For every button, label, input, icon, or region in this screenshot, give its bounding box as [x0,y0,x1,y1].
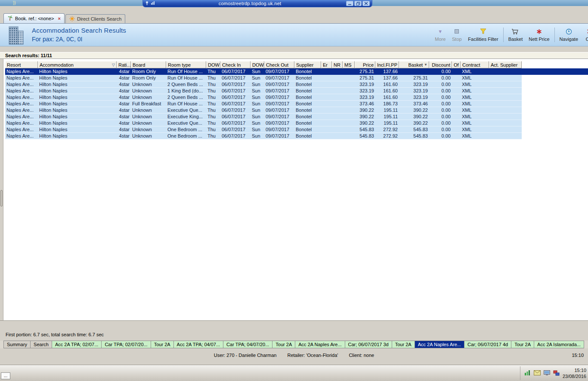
session-tab[interactable]: Tour 2A [151,341,174,348]
basket-button[interactable]: Basket [505,28,526,42]
cell-room_type: Run Of House ... [166,101,206,107]
table-row[interactable]: Naples Are...Hilton Naples4starUnknownEx… [5,120,522,126]
cell-incl_fl_pp: 161.60 [375,94,399,100]
column-header-of[interactable]: Of [452,61,461,68]
session-tab[interactable]: Car; 06/07/2017 3d [345,341,392,348]
table-row[interactable]: Naples Are...Hilton Naples4starUnknownEx… [5,107,522,114]
close-window-icon[interactable] [362,1,370,6]
stop-button[interactable]: Stop [449,28,465,42]
column-header-check_out[interactable]: Check Out [264,61,294,68]
column-header-ms[interactable]: MS [343,61,355,68]
grid-body: Naples Are...Hilton Naples4starRoom Only… [5,68,588,139]
column-header-nr[interactable]: NR [332,61,343,68]
column-header-er[interactable]: Er [321,61,332,68]
taskbar-overflow-button[interactable]: ... [1,372,10,379]
cell-act_supplier [489,94,522,100]
cell-er [321,126,332,132]
table-row[interactable]: Naples Are...Hilton Naples4starUnknownOn… [5,133,522,139]
tray-display-icon[interactable] [544,370,550,377]
cell-check_out: 09/07/2017 [264,120,294,126]
column-header-board[interactable]: Board [131,61,166,68]
cell-er [321,68,332,75]
close-label: Clo [586,37,588,42]
column-header-price[interactable]: Price [355,61,375,68]
session-tab[interactable]: Acc 2A Islamorada... [534,341,584,348]
column-header-dow_in[interactable]: DOW [206,61,220,68]
pin-icon[interactable] [145,1,149,6]
cell-accommodation: Hilton Naples [38,126,117,132]
tray-network-icon[interactable] [553,370,560,377]
cell-dow_out: Sun [251,126,264,132]
left-splitter [0,59,3,320]
navigate-button[interactable]: Navigate [557,28,581,42]
cell-er [321,88,332,94]
more-button[interactable]: ▼ More [432,28,449,42]
column-header-rating[interactable]: Rati... [117,61,131,68]
cell-discount: 0.00 [429,107,452,113]
connection-info-icon[interactable] [151,1,155,6]
session-tab[interactable]: Search [31,341,52,348]
column-header-accommodation[interactable]: Accommodation▽ [38,61,117,68]
cell-act_supplier [489,114,522,120]
nett-price-button[interactable]: Nett Price [526,28,552,42]
session-tab[interactable]: Acc 2A TPA; 02/07... [52,341,102,348]
column-header-check_in[interactable]: Check In [220,61,251,68]
cell-dow_out: Sun [251,101,264,107]
cell-supplier: Bonotel [294,126,321,132]
cell-basket [399,68,429,75]
session-tab[interactable]: Car; 06/07/2017 4d [464,341,511,348]
column-label: NR [334,62,340,68]
table-row[interactable]: Naples Are...Hilton Naples4starRoom Only… [5,75,522,81]
splitter-grip[interactable] [0,190,3,206]
cell-rating: 4star [117,126,131,132]
table-row[interactable]: Naples Are...Hilton Naples4starFull Brea… [5,101,522,107]
column-header-basket[interactable]: Basket▼ [399,61,429,68]
cell-check_out: 09/07/2017 [264,101,294,107]
tab-booking-ref[interactable]: Book. ref.: <none> × [3,13,65,23]
column-header-dow_out[interactable]: DOW [251,61,264,68]
tab-direct-clients-search[interactable]: Direct Clients Search [65,14,125,23]
restore-button[interactable] [354,1,362,6]
filter-funnel-icon[interactable]: ▽ [112,62,115,68]
page-subtitle: For pax: 2A, 0C, 0I [32,36,126,43]
cell-dow_out: Sun [251,75,264,81]
column-header-supplier[interactable]: Supplier [294,61,321,68]
tab-close-icon[interactable]: × [58,16,61,21]
session-tab[interactable]: Tour 2A [272,341,295,348]
table-row[interactable]: Naples Are...Hilton Naples4starUnknownOn… [5,126,522,133]
cell-dow_in: Thu [206,114,220,120]
column-header-room_type[interactable]: Room type [166,61,206,68]
table-row[interactable]: Naples Are...Hilton Naples4starUnknown2 … [5,94,522,101]
cell-rating: 4star [117,133,131,139]
table-row[interactable]: Naples Are...Hilton Naples4starUnknownEx… [5,114,522,120]
session-tab[interactable]: Summary [3,341,31,348]
column-header-act_supplier[interactable]: Act. Supplier [489,61,522,68]
cell-ms [343,88,355,94]
close-button[interactable]: Clo [581,28,588,42]
cell-contract: XML [461,133,489,139]
session-tab[interactable]: Car TPA; 02/07/20... [102,341,151,348]
session-tab[interactable]: Tour 2A [511,341,534,348]
session-tab[interactable]: Car TPA; 04/07/20... [223,341,272,348]
status-client: Client: none [349,353,374,358]
column-header-discount[interactable]: Discount [429,61,452,68]
column-label: Basket [408,62,423,68]
table-row[interactable]: Naples Are...Hilton Naples4starRoom Only… [5,68,588,75]
table-row[interactable]: Naples Are...Hilton Naples4starUnknown1 … [5,88,522,94]
session-tab[interactable]: Acc 2A Naples Are... [415,341,464,348]
session-tab[interactable]: Tour 2A [392,341,415,348]
cell-resort: Naples Are... [5,68,38,75]
minimize-button[interactable] [346,1,353,6]
column-header-incl_fl_pp[interactable]: Incl.Fl.PP [375,61,399,68]
session-tab[interactable]: Acc 2A Naples Are... [295,341,345,348]
facilities-filter-button[interactable]: Facilities Filter [465,28,501,42]
tray-chart-icon[interactable] [524,370,531,377]
tray-mail-icon[interactable] [534,370,541,376]
session-tab[interactable]: Acc 2A TPA; 04/07... [174,341,223,348]
column-header-contract[interactable]: Contract [461,61,489,68]
cell-check_out: 09/07/2017 [264,68,294,75]
rdp-connection-bar: comostreetrdp.topdog.uk.net [142,0,372,7]
table-row[interactable]: Naples Are...Hilton Naples4starUnknown2 … [5,81,522,88]
column-header-resort[interactable]: Resort [5,61,38,68]
cell-resort: Naples Are... [5,88,38,94]
